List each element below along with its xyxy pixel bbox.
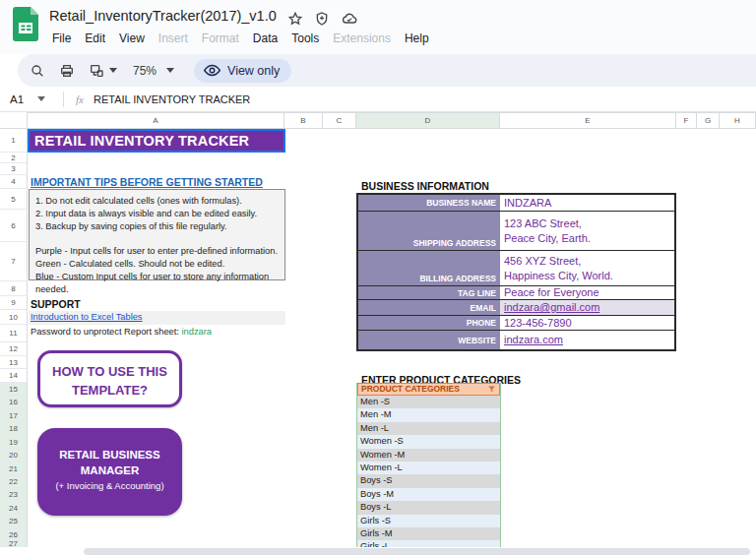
business-info-label[interactable]: TAG LINE [358,286,500,299]
category-row[interactable]: Women -L [357,462,500,474]
row-header-2[interactable]: 2 [0,153,28,163]
column-header-f[interactable]: F [676,112,697,129]
row-header-22[interactable]: 22 [0,475,28,488]
row-header-11[interactable]: 11 [0,325,28,342]
sheets-logo-icon[interactable] [13,7,38,45]
row-header-9[interactable]: 9 [0,296,28,310]
tips-box[interactable]: 1. Do not edit calculated cells (ones wi… [29,189,285,280]
shield-share-icon[interactable] [314,11,330,27]
row-header-25[interactable]: 25 [0,515,28,528]
column-header-a[interactable]: A [28,112,284,129]
business-info-row: PHONE123-456-7890 [358,316,674,331]
formula-bar: A1 fx RETAIL INVENTORY TRACKER [0,87,756,112]
how-to-use-button[interactable]: HOW TO USE THIS TEMPLATE? [37,350,182,407]
row-header-19[interactable]: 19 [0,436,28,449]
menu-file[interactable]: File [45,29,78,50]
column-headers: ABCDEFGH [0,112,756,129]
category-row[interactable]: Boys -M [357,488,500,501]
business-info-label[interactable]: SHIPPING ADDRESS [358,212,500,250]
view-only-chip[interactable]: View only [194,59,291,83]
business-info-value[interactable]: indzara@gmail.com [500,300,674,315]
menu-help[interactable]: Help [398,29,436,50]
row-header-15[interactable]: 15 [0,383,28,396]
category-row[interactable]: Men -S [357,396,500,408]
business-info-label[interactable]: BILLING ADDRESS [358,251,500,285]
category-row[interactable]: Men -L [357,422,500,435]
category-row[interactable]: Boys -L [357,501,500,514]
column-header-b[interactable]: B [284,112,323,129]
category-row[interactable]: Men -M [357,408,500,421]
business-info-value[interactable]: 456 XYZ Street,Happiness City, World. [500,251,674,285]
row-header-12[interactable]: 12 [0,342,28,356]
support-heading[interactable]: SUPPORT [31,298,81,310]
document-title[interactable]: Retail_InventoryTracker(2017)_v1.0 [49,8,277,24]
cloud-saved-icon[interactable] [341,11,358,27]
cell-name-box[interactable]: A1 [0,93,57,105]
business-info-value[interactable]: 123 ABC Street,Peace City, Earth. [500,212,674,250]
eye-icon [204,64,220,77]
row-header-21[interactable]: 21 [0,462,28,475]
category-row[interactable]: Girls -S [357,515,500,527]
business-info-value[interactable]: Peace for Everyone [500,286,674,299]
business-info-value[interactable]: INDZARA [500,195,674,211]
business-info-label[interactable]: EMAIL [358,300,500,315]
category-row[interactable]: Boys -S [357,474,500,487]
business-info-label[interactable]: BUSINESS NAME [358,195,500,211]
business-info-row: EMAILindzara@gmail.com [358,300,674,316]
business-info-label[interactable]: PHONE [358,316,500,330]
search-icon[interactable] [30,63,45,79]
paint-format-icon[interactable] [89,63,117,79]
category-row[interactable]: Women -M [357,449,500,462]
business-info-heading[interactable]: BUSINESS INFORMATION [361,180,489,192]
row-header-3[interactable]: 3 [0,163,28,175]
row-header-20[interactable]: 20 [0,449,28,462]
select-all-corner[interactable] [0,112,28,129]
zoom-select[interactable]: 75% [133,64,174,78]
business-info-value-line: Peace City, Earth. [504,231,674,246]
business-info-value[interactable]: 123-456-7890 [500,316,674,330]
tips-line: Green - Calculated cells. Should not be … [35,258,281,271]
column-header-h[interactable]: H [720,112,756,129]
business-info-label[interactable]: WEBSITE [358,331,500,349]
paint-format-dropdown-caret-icon[interactable] [109,68,117,73]
row-header-14[interactable]: 14 [0,369,28,383]
column-header-c[interactable]: C [323,112,356,129]
menu-edit[interactable]: Edit [78,29,112,50]
business-info-row: BUSINESS NAMEINDZARA [358,195,674,212]
row-header-5[interactable]: 5 [0,189,28,210]
categories-header-cell[interactable]: PRODUCT CATEGORIES [357,383,500,396]
menu-view[interactable]: View [112,29,152,50]
row-header-1[interactable]: 1 [0,129,28,153]
print-icon[interactable] [59,63,75,79]
column-header-e[interactable]: E [500,112,676,129]
name-box-caret-icon [37,96,45,101]
row-header-18[interactable]: 18 [0,422,28,436]
row-header-10[interactable]: 10 [0,310,28,325]
row-header-8[interactable]: 8 [0,281,28,296]
business-info-value-line: indzara@gmail.com [504,300,674,315]
row-header-16[interactable]: 16 [0,396,28,409]
filter-funnel-icon[interactable] [487,385,496,394]
row-header-6[interactable]: 6 [0,210,28,242]
cell-a1-title[interactable]: RETAIL INVENTORY TRACKER [28,129,285,153]
retail-business-manager-button[interactable]: RETAIL BUSINESS MANAGER (+ Invoicing & A… [37,428,182,516]
menu-tools[interactable]: Tools [284,29,326,50]
business-info-value[interactable]: indzara.com [500,331,674,349]
menu-data[interactable]: Data [246,29,284,50]
column-header-d[interactable]: D [356,112,500,129]
tips-heading[interactable]: IMPORTANT TIPS BEFORE GETTING STARTED [31,176,263,188]
column-header-g[interactable]: G [697,112,720,129]
formula-input[interactable]: RETAIL INVENTORY TRACKER [94,93,250,105]
row-header-24[interactable]: 24 [0,502,28,515]
row-header-17[interactable]: 17 [0,409,28,422]
category-row[interactable]: Girls -M [357,527,500,540]
row-header-4[interactable]: 4 [0,175,28,189]
row-header-7[interactable]: 7 [0,242,28,281]
category-row[interactable]: Women -S [357,435,500,448]
row-header-13[interactable]: 13 [0,356,28,369]
excel-tables-link[interactable]: Introduction to Excel Tables [31,312,143,322]
star-icon[interactable] [287,11,303,27]
row-header-23[interactable]: 23 [0,488,28,502]
horizontal-scrollbar[interactable] [84,548,750,555]
category-row[interactable]: Girls -L [357,540,500,547]
